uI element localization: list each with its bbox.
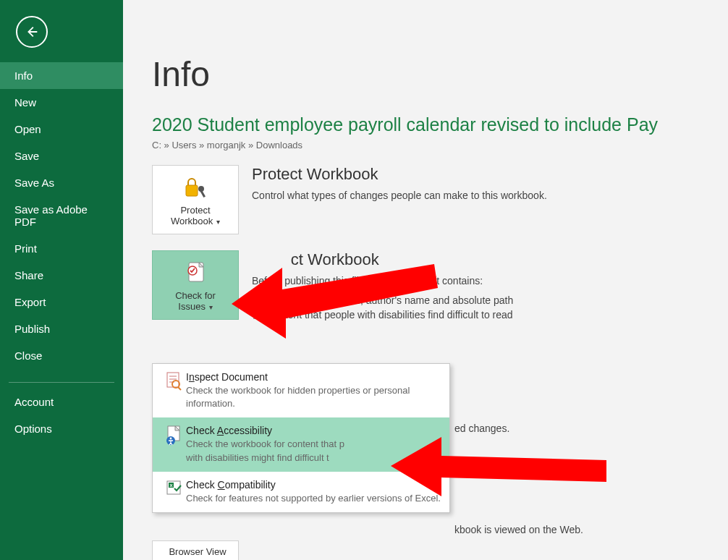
document-compatibility-icon: X — [161, 479, 186, 505]
dropdown-item-desc: Check for features not supported by earl… — [186, 492, 441, 505]
behind-text-fragment: ed changes. — [454, 423, 509, 434]
sidebar-item-label: Publish — [14, 323, 50, 335]
sidebar-item-label: Account — [14, 396, 54, 408]
inspect-bullet: Document properties, author's name and a… — [252, 294, 513, 306]
sidebar-item-label: Close — [14, 349, 42, 362]
document-title: 2020 Student employee payroll calendar r… — [152, 114, 728, 135]
sidebar-item-label: Save as Adobe PDF — [14, 203, 88, 228]
sidebar-item-save-as-adobe-pdf[interactable]: Save as Adobe PDF — [0, 196, 123, 235]
sidebar-item-save[interactable]: Save — [0, 143, 123, 169]
svg-line-10 — [178, 387, 181, 390]
behind-text-fragment: kbook is viewed on the Web. — [454, 524, 583, 535]
sidebar-item-publish[interactable]: Publish — [0, 315, 123, 342]
svg-point-13 — [170, 438, 172, 440]
page-title: Info — [152, 54, 728, 94]
dropdown-item-check-compatibility[interactable]: X Check Compatibility Check for features… — [153, 472, 449, 512]
button-label-line: Protect — [180, 205, 210, 216]
sidebar-divider — [9, 382, 114, 383]
sidebar-item-new[interactable]: New — [0, 89, 123, 116]
inspect-workbook-heading: Inspect Workbook — [252, 250, 513, 269]
button-label-line: Workbook — [171, 216, 213, 226]
sidebar-item-print[interactable]: Print — [0, 235, 123, 262]
check-for-issues-dropdown: Inspect Document Check the workbook for … — [152, 363, 450, 513]
lock-key-icon — [182, 173, 208, 202]
chevron-down-icon: ▾ — [207, 303, 213, 311]
document-magnifier-icon — [161, 371, 186, 410]
dropdown-item-title: Check Accessibility — [186, 425, 441, 436]
sidebar-item-label: Info — [14, 69, 33, 82]
document-accessibility-icon — [161, 425, 186, 464]
inspect-workbook-desc: Before publishing this file, be aware th… — [252, 273, 513, 289]
sidebar-item-label: Open — [14, 123, 41, 135]
sidebar-item-options[interactable]: Options — [0, 415, 123, 442]
sidebar-item-save-as[interactable]: Save As — [0, 169, 123, 196]
inspect-bullet: Content that people with disabilities fi… — [252, 309, 513, 321]
sidebar-item-label: Save As — [14, 177, 54, 189]
protect-workbook-desc: Control what types of changes people can… — [252, 188, 547, 203]
protect-workbook-row: Protect Workbook ▾ Protect Workbook Cont… — [152, 165, 728, 234]
dropdown-item-check-accessibility[interactable]: Check Accessibility Check the workbook f… — [153, 417, 449, 471]
sidebar-item-label: Save — [14, 150, 39, 162]
sidebar-item-share[interactable]: Share — [0, 262, 123, 289]
sidebar-item-close[interactable]: Close — [0, 342, 123, 369]
svg-text:X: X — [169, 483, 172, 488]
button-label-line: Check for — [175, 290, 216, 301]
protect-workbook-button[interactable]: Protect Workbook ▾ — [152, 165, 239, 234]
sidebar-item-label: Share — [14, 269, 43, 281]
sidebar-item-label: Print — [14, 242, 37, 255]
browser-view-label: Browser View — [158, 546, 237, 557]
chevron-down-icon: ▾ — [214, 218, 220, 226]
dropdown-item-inspect-document[interactable]: Inspect Document Check the workbook for … — [153, 364, 449, 417]
dropdown-item-desc: Check the workbook for hidden properties… — [186, 384, 441, 410]
document-check-icon — [184, 258, 207, 287]
dropdown-item-title: Inspect Document — [186, 371, 441, 383]
back-arrow-icon — [24, 24, 40, 40]
inspect-workbook-row: Check for Issues ▾ Inspect Workbook Befo… — [152, 250, 728, 323]
back-button[interactable] — [16, 16, 48, 48]
sidebar-item-label: Export — [14, 296, 46, 308]
protect-workbook-heading: Protect Workbook — [252, 165, 547, 184]
heading-text-partial: ct Workbook — [291, 250, 379, 268]
svg-rect-0 — [186, 185, 198, 196]
sidebar-item-label: Options — [14, 423, 52, 435]
dropdown-item-desc: Check the workbook for content that pwit… — [186, 438, 441, 464]
document-path-breadcrumb: C: » Users » morganjk » Downloads — [152, 140, 728, 150]
sidebar-item-open[interactable]: Open — [0, 116, 123, 143]
button-label-line: Issues — [178, 301, 206, 312]
backstage-sidebar: Info New Open Save Save As Save as Adobe… — [0, 0, 123, 560]
sidebar-item-account[interactable]: Account — [0, 389, 123, 415]
sidebar-item-info[interactable]: Info — [0, 62, 123, 89]
sidebar-item-export[interactable]: Export — [0, 289, 123, 315]
sidebar-item-label: New — [14, 96, 36, 109]
dropdown-item-title: Check Compatibility — [186, 479, 441, 491]
check-for-issues-button[interactable]: Check for Issues ▾ — [152, 250, 239, 320]
